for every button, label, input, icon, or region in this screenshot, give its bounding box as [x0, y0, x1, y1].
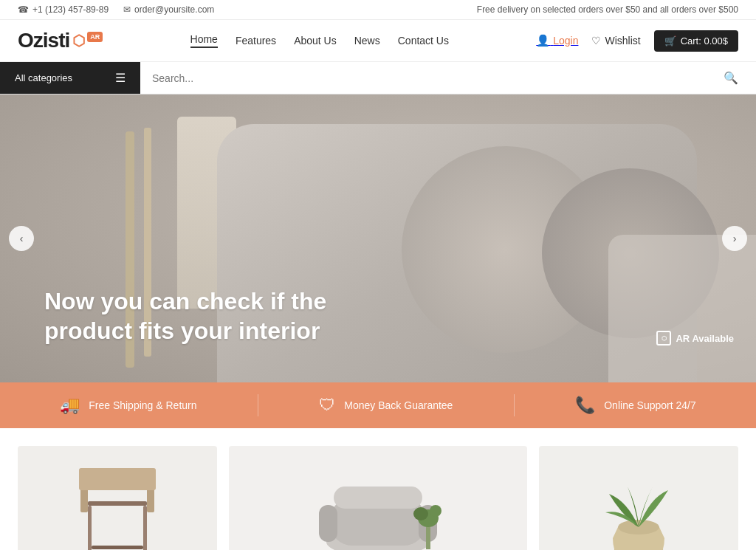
search-icon: 🔍 [724, 72, 738, 84]
email-info: ✉ order@yoursite.com [123, 4, 214, 15]
benefit-support: 📞 Online Support 24/7 [575, 396, 696, 415]
top-bar: ☎ +1 (123) 457-89-89 ✉ order@yoursite.co… [0, 0, 756, 20]
hero-title: Now you can check if the product fits yo… [44, 286, 354, 346]
benefit-money-back: 🛡 Money Back Guarantee [319, 396, 453, 415]
shipping-label: Free Shipping & Return [89, 399, 196, 411]
header-actions: 👤 Login ♡ Wishlist 🛒 Cart: 0.00$ [536, 30, 738, 52]
logo-text: Ozisti [18, 29, 69, 52]
header: Ozisti ⬡ AR Home Features About Us News … [0, 20, 756, 62]
product-card-sofa[interactable] [229, 446, 528, 550]
product-card-chair[interactable] [18, 446, 217, 550]
hero-prev-button[interactable]: ‹ [9, 226, 34, 251]
svg-rect-0 [88, 501, 147, 506]
top-bar-left: ☎ +1 (123) 457-89-89 ✉ order@yoursite.co… [18, 4, 214, 15]
hero-section: ‹ › Now you can check if the product fit… [0, 94, 756, 382]
svg-point-15 [430, 505, 441, 517]
support-label: Online Support 24/7 [604, 399, 696, 411]
nav-news[interactable]: News [354, 35, 380, 47]
benefits-bar: 🚚 Free Shipping & Return 🛡 Money Back Gu… [0, 382, 756, 428]
nav-about[interactable]: About Us [294, 35, 337, 47]
logo[interactable]: Ozisti ⬡ AR [18, 29, 103, 52]
svg-rect-2 [143, 506, 147, 550]
phone-number: +1 (123) 457-89-89 [32, 4, 109, 15]
phone-icon: ☎ [18, 4, 29, 15]
cart-icon: 🛒 [664, 35, 676, 47]
next-arrow-icon: › [733, 233, 737, 244]
search-bar: All categories ☰ 🔍 [0, 62, 756, 94]
search-submit-button[interactable]: 🔍 [718, 65, 744, 91]
wishlist-button[interactable]: ♡ Wishlist [591, 35, 640, 47]
prev-arrow-icon: ‹ [20, 233, 24, 244]
login-button[interactable]: 👤 Login [536, 34, 578, 47]
ar-badge-icon: ⬡ [656, 331, 671, 346]
svg-rect-9 [319, 505, 337, 542]
cart-button[interactable]: 🛒 Cart: 0.00$ [654, 30, 738, 52]
sofa-small-svg [304, 453, 452, 550]
support-icon: 📞 [575, 396, 595, 415]
benefit-shipping: 🚚 Free Shipping & Return [60, 396, 196, 415]
nav-features[interactable]: Features [236, 35, 276, 47]
hamburger-icon: ☰ [115, 71, 126, 85]
product-card-accessories[interactable]: Accessories [539, 446, 738, 550]
nav-contact[interactable]: Contact Us [398, 35, 449, 47]
svg-point-14 [413, 507, 428, 520]
search-input-wrap: 🔍 [140, 65, 756, 91]
login-label: Login [553, 35, 578, 47]
user-icon: 👤 [536, 34, 550, 47]
nav-home[interactable]: Home [190, 33, 218, 48]
svg-rect-11 [334, 487, 422, 509]
wishlist-label: Wishlist [605, 35, 640, 47]
hero-content: Now you can check if the product fits yo… [0, 286, 399, 382]
search-input[interactable] [152, 72, 718, 84]
money-back-icon: 🛡 [319, 396, 335, 415]
products-section: Accessories [0, 428, 756, 550]
logo-ar-wrapper: ⬡ AR [72, 32, 103, 49]
benefit-divider-2 [514, 394, 515, 416]
categories-label: All categories [15, 72, 72, 83]
email-address: order@yoursite.com [134, 4, 214, 15]
chair-svg [66, 457, 169, 550]
benefit-divider-1 [258, 394, 258, 416]
svg-rect-3 [92, 546, 143, 549]
delivery-notice: Free delivery on selected orders over $5… [477, 4, 738, 15]
email-icon: ✉ [123, 4, 131, 15]
shipping-icon: 🚚 [60, 396, 80, 415]
plant-svg [594, 457, 683, 550]
logo-cube-icon: ⬡ [72, 32, 84, 49]
ar-badge: ⬡ AR Available [656, 331, 734, 346]
svg-rect-1 [88, 506, 92, 550]
phone-info: ☎ +1 (123) 457-89-89 [18, 4, 109, 15]
cart-label: Cart: 0.00$ [681, 35, 728, 47]
hero-next-button[interactable]: › [722, 226, 747, 251]
svg-rect-6 [79, 468, 156, 490]
main-nav: Home Features About Us News Contact Us [190, 33, 449, 48]
sofa-arm [608, 235, 756, 382]
ar-badge-label: AR Available [676, 333, 734, 344]
heart-icon: ♡ [591, 35, 601, 47]
money-back-label: Money Back Guarantee [344, 399, 453, 411]
logo-ar-badge: AR [87, 32, 103, 42]
categories-button[interactable]: All categories ☰ [0, 62, 140, 94]
